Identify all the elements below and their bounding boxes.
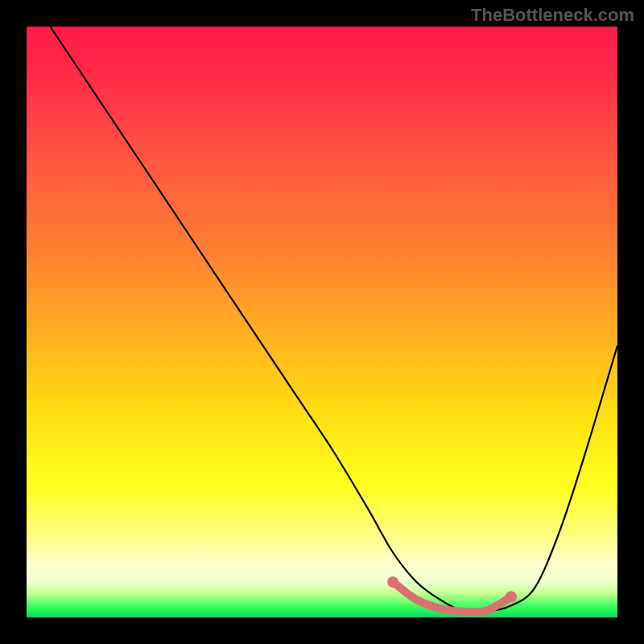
svg-point-0 [387, 576, 398, 588]
plot-area [27, 27, 617, 617]
chart-svg [27, 27, 617, 617]
svg-point-1 [506, 591, 517, 602]
watermark-text: TheBottleneck.com [471, 5, 634, 26]
optimal-range-marker [387, 576, 517, 612]
bottleneck-curve [50, 27, 617, 613]
